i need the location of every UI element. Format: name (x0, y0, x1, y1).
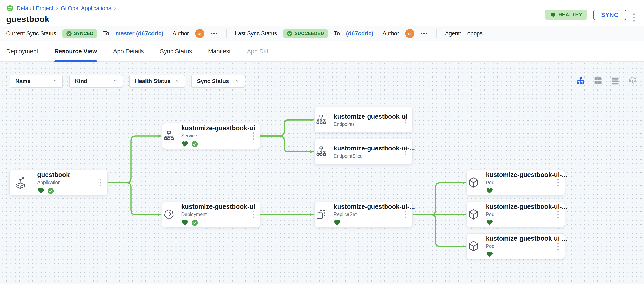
cluster-view-icon[interactable] (628, 76, 637, 85)
pod-icon (467, 170, 480, 195)
breadcrumb-project[interactable]: Default Project (16, 5, 53, 11)
header-left: Default Project › GitOps: Applications ›… (6, 4, 116, 26)
current-sync-commit-link[interactable]: master (d67cddc) (116, 30, 164, 37)
author-label: Author (383, 30, 399, 37)
synced-check-icon (48, 188, 54, 194)
author-avatar: o( (195, 29, 204, 38)
healthy-heart-icon (181, 219, 188, 226)
node-menu-kebab-icon[interactable] (252, 210, 255, 220)
node-menu-kebab-icon[interactable] (404, 210, 408, 220)
agent-label: Agent: (445, 30, 461, 37)
synced-check-icon (192, 141, 198, 147)
filter-label: Sync Status (197, 78, 229, 84)
deployment-icon (162, 202, 176, 227)
resource-node-pod[interactable]: kustomize-guestbook-ui-...Pod (466, 170, 565, 196)
tab-resource-view[interactable]: Resource View (54, 41, 97, 61)
chevron-down-icon (52, 78, 58, 85)
healthy-heart-icon (334, 219, 341, 226)
resource-node-endpoints[interactable]: kustomize-guestbook-uiEndpoints (314, 107, 413, 133)
filter-kind[interactable]: Kind (69, 75, 123, 88)
commit-details-more-icon[interactable]: ••• (210, 30, 218, 37)
node-kind: Application (37, 180, 70, 185)
page-title: guestbook (6, 14, 116, 24)
last-sync-badge-label: SUCCEEDED (294, 31, 324, 36)
node-status-icons (486, 251, 567, 258)
filter-bar: NameKindHealth StatusSync Status (10, 75, 245, 88)
current-sync-badge-label: SYNCED (74, 31, 94, 36)
node-menu-kebab-icon[interactable] (404, 147, 408, 157)
node-kind: Service (181, 133, 255, 139)
node-title: kustomize-guestbook-ui-... (486, 203, 567, 210)
service-icon (162, 123, 176, 149)
resource-node-replicaset[interactable]: kustomize-guestbook-ui-...ReplicaSet (314, 202, 413, 228)
divider (436, 29, 437, 38)
node-title: guestbook (37, 171, 70, 179)
node-kind: Pod (486, 212, 567, 217)
node-title: kustomize-guestbook-ui-... (334, 145, 415, 152)
header-actions: HEALTHY SYNC (545, 4, 636, 26)
node-title: kustomize-guestbook-ui-... (486, 235, 567, 242)
node-kind: Endpoints (334, 122, 408, 127)
node-title: kustomize-guestbook-ui (181, 124, 255, 132)
healthy-heart-icon (37, 187, 44, 194)
chevron-down-icon (235, 78, 240, 85)
healthy-heart-icon (486, 219, 493, 226)
filter-name[interactable]: Name (10, 75, 63, 88)
list-view-icon[interactable] (611, 76, 620, 85)
tab-bar: DeploymentResource ViewApp DetailsSync S… (0, 41, 644, 62)
breadcrumb-separator: › (56, 5, 58, 11)
chevron-down-icon (112, 78, 118, 85)
node-menu-kebab-icon[interactable] (99, 178, 103, 188)
app-header: Default Project › GitOps: Applications ›… (0, 0, 644, 26)
filter-label: Health Status (135, 78, 171, 84)
project-logo-icon (6, 4, 14, 12)
tab-app-diff: App Diff (247, 41, 268, 61)
resource-node-application[interactable]: guestbookApplication (9, 170, 108, 196)
breadcrumb-gitops-applications[interactable]: GitOps: Applications (61, 5, 111, 11)
sync-button[interactable]: SYNC (593, 9, 626, 20)
node-menu-kebab-icon[interactable] (252, 131, 255, 141)
tab-sync-status[interactable]: Sync Status (160, 41, 192, 61)
divider (226, 29, 227, 38)
healthy-heart-icon (181, 140, 188, 148)
resource-node-pod[interactable]: kustomize-guestbook-ui-...Pod (466, 233, 565, 260)
current-sync-badge: SYNCED (62, 29, 97, 38)
node-menu-kebab-icon[interactable] (556, 178, 560, 188)
commit-details-more-icon[interactable]: ••• (420, 30, 428, 37)
resource-node-deployment[interactable]: kustomize-guestbook-uiDeployment (162, 202, 260, 228)
replicaset-icon (314, 202, 328, 227)
grid-view-icon[interactable] (594, 76, 602, 85)
application-icon (10, 170, 31, 195)
node-title: kustomize-guestbook-ui-... (486, 171, 567, 179)
node-kind: ReplicaSet (334, 212, 415, 217)
edge-app-to-svc (108, 136, 161, 183)
pod-icon (467, 234, 480, 259)
endpoints-icon (314, 107, 328, 132)
node-title: kustomize-guestbook-ui (181, 203, 255, 210)
pod-icon (467, 202, 480, 227)
app-menu-kebab-icon[interactable] (632, 12, 636, 23)
tab-app-details[interactable]: App Details (113, 41, 144, 61)
to-label: To (334, 30, 340, 37)
agent-value: opops (468, 30, 483, 37)
tab-deployment[interactable]: Deployment (6, 41, 38, 61)
resource-node-service[interactable]: kustomize-guestbook-uiService (162, 123, 260, 149)
tree-view-icon[interactable] (576, 76, 585, 85)
node-status-icons (181, 140, 255, 148)
node-status-icons (181, 219, 255, 226)
node-status-icons (334, 219, 415, 226)
chevron-down-icon (175, 78, 180, 85)
node-menu-kebab-icon[interactable] (404, 115, 408, 125)
endpointslice-icon (314, 139, 328, 164)
resource-node-pod[interactable]: kustomize-guestbook-ui-...Pod (466, 202, 565, 228)
edge-app-to-dep (108, 183, 161, 215)
node-menu-kebab-icon[interactable] (556, 242, 560, 251)
filter-sync-status[interactable]: Sync Status (191, 75, 245, 88)
last-sync-commit-link[interactable]: (d67cddc) (346, 30, 373, 37)
node-kind: Pod (486, 244, 567, 249)
node-menu-kebab-icon[interactable] (556, 210, 560, 220)
resource-node-endpointslice[interactable]: kustomize-guestbook-ui-...EndpointSlice (314, 139, 413, 165)
tab-manifest[interactable]: Manifest (208, 41, 231, 61)
breadcrumb-separator: › (114, 5, 116, 11)
filter-health-status[interactable]: Health Status (129, 75, 185, 88)
